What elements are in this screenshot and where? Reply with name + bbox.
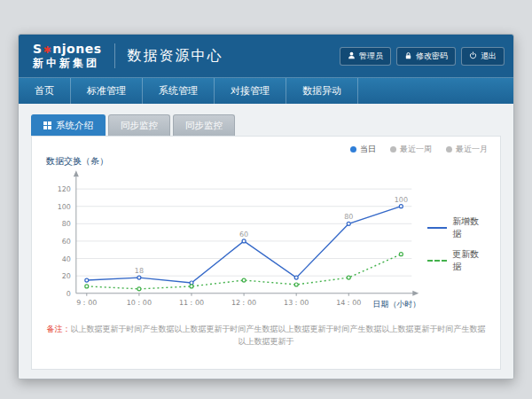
tab-label: 同步监控 xyxy=(121,120,158,132)
filter-last-week[interactable]: 最近一周 xyxy=(390,144,432,155)
svg-text:0: 0 xyxy=(66,290,71,298)
lock-icon xyxy=(404,51,412,61)
filter-last-month[interactable]: 最近一月 xyxy=(446,144,488,155)
series-legend: 新增数据 更新数据 xyxy=(427,207,488,281)
change-password-label: 修改密码 xyxy=(416,51,448,62)
nav-item-system-mgmt[interactable]: 系统管理 xyxy=(143,78,215,104)
filter-today[interactable]: 当日 xyxy=(350,144,376,155)
svg-text:60: 60 xyxy=(239,231,248,239)
admin-button-label: 管理员 xyxy=(359,51,383,62)
dotted-line-icon xyxy=(427,260,447,262)
series-label: 更新数据 xyxy=(452,248,488,273)
filter-label: 最近一月 xyxy=(456,144,488,155)
user-icon xyxy=(348,51,356,61)
main-content: 系统介绍 同步监控 同步监控 当日 最近一周 最近一月 数据交换（条） 0204… xyxy=(19,104,513,379)
synjones-logo: S✱njones 新中新集团 xyxy=(33,43,102,70)
tab-sync-monitor-2[interactable]: 同步监控 xyxy=(173,114,235,136)
svg-text:120: 120 xyxy=(58,185,71,193)
svg-text:11：00: 11：00 xyxy=(179,299,204,307)
svg-text:日期（小时）: 日期（小时） xyxy=(373,300,421,309)
line-chart: 0204060801001209：0010：0011：0012：0013：001… xyxy=(44,169,424,318)
nav-item-interface-mgmt[interactable]: 对接管理 xyxy=(215,78,286,104)
admin-button[interactable]: 管理员 xyxy=(340,47,391,66)
nav-item-home[interactable]: 首页 xyxy=(19,78,71,104)
footnote: 备注：以上数据更新于时间产生数据以上数据更新于时间产生数据以上数据更新于时间产生… xyxy=(44,324,488,348)
footnote-prefix: 备注： xyxy=(47,325,71,333)
svg-text:18: 18 xyxy=(135,267,144,275)
chart-panel: 当日 最近一周 最近一月 数据交换（条） 0204060801001209：00… xyxy=(31,136,501,370)
filter-label: 当日 xyxy=(360,144,376,155)
svg-text:100: 100 xyxy=(58,203,71,211)
svg-text:12：00: 12：00 xyxy=(231,299,256,307)
tab-sync-monitor-1[interactable]: 同步监控 xyxy=(108,114,170,136)
svg-text:80: 80 xyxy=(344,213,353,221)
change-password-button[interactable]: 修改密码 xyxy=(396,47,456,66)
grid-icon xyxy=(43,121,51,131)
logout-button[interactable]: 退出 xyxy=(461,47,505,66)
svg-text:13：00: 13：00 xyxy=(284,299,309,307)
tab-strip: 系统介绍 同步监控 同步监控 xyxy=(31,114,501,136)
nav-item-data-change[interactable]: 数据异动 xyxy=(286,78,358,104)
main-nav: 首页 标准管理 系统管理 对接管理 数据异动 xyxy=(19,77,513,104)
svg-text:9：00: 9：00 xyxy=(76,299,97,307)
svg-text:20: 20 xyxy=(62,272,71,280)
svg-text:60: 60 xyxy=(62,238,71,246)
solid-line-icon xyxy=(427,227,447,229)
header-divider xyxy=(114,43,115,68)
nav-item-standard-mgmt[interactable]: 标准管理 xyxy=(71,78,143,104)
tab-label: 系统介绍 xyxy=(56,120,93,132)
svg-text:14：00: 14：00 xyxy=(336,299,361,307)
header-bar: S✱njones 新中新集团 数据资源中心 管理员 修改密码 退出 xyxy=(19,35,513,77)
svg-text:80: 80 xyxy=(62,220,71,228)
series-label: 新增数据 xyxy=(452,215,488,240)
page-title: 数据资源中心 xyxy=(128,47,223,66)
time-filter-legend: 当日 最近一周 最近一月 xyxy=(44,144,488,155)
legend-item-updated-data[interactable]: 更新数据 xyxy=(427,248,488,273)
logo-star-icon: ✱ xyxy=(43,44,52,56)
power-icon xyxy=(469,51,477,61)
legend-dot xyxy=(350,146,356,153)
tab-system-intro[interactable]: 系统介绍 xyxy=(31,114,106,136)
legend-item-new-data[interactable]: 新增数据 xyxy=(427,215,488,240)
chart-area: 0204060801001209：0010：0011：0012：0013：001… xyxy=(44,169,488,318)
footnote-text: 以上数据更新于时间产生数据以上数据更新于时间产生数据以上数据更新于时间产生数据以… xyxy=(71,325,486,346)
logo-company-name: 新中新集团 xyxy=(33,57,102,70)
legend-dot xyxy=(390,146,396,153)
svg-text:10：00: 10：00 xyxy=(127,299,152,307)
y-axis-title: 数据交换（条） xyxy=(46,155,488,168)
logout-label: 退出 xyxy=(481,51,497,62)
logo-wordmark: S✱njones xyxy=(33,43,102,57)
tab-label: 同步监控 xyxy=(185,120,223,132)
filter-label: 最近一周 xyxy=(400,144,432,155)
svg-text:40: 40 xyxy=(62,255,71,263)
legend-dot xyxy=(446,146,452,153)
app-window: S✱njones 新中新集团 数据资源中心 管理员 修改密码 退出 首页 标准管… xyxy=(18,34,514,379)
svg-text:100: 100 xyxy=(395,196,408,204)
